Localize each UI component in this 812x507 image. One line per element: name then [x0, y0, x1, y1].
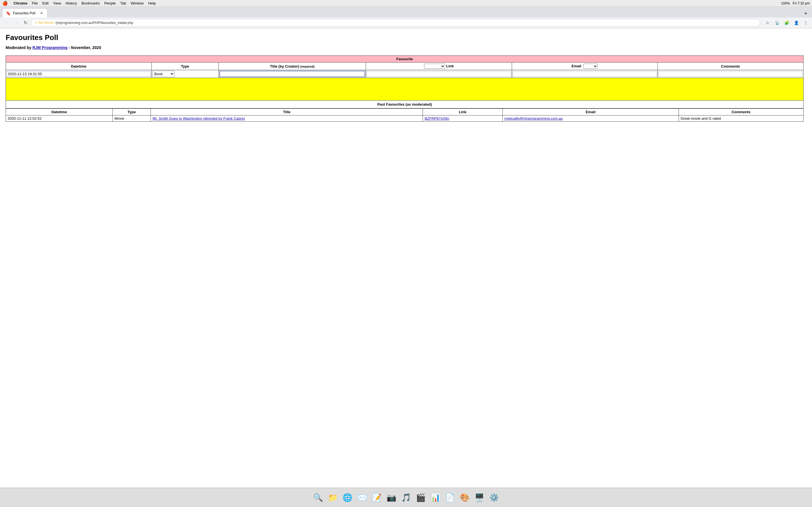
- dock-item-chrome[interactable]: 🌐: [341, 491, 354, 504]
- form-column-headers: Datetime Type Title (by Creator) (requir…: [6, 62, 804, 70]
- past-table-row: 2020-11-11 12:02:52MovieMr. Smith Goes t…: [6, 115, 804, 122]
- back-button[interactable]: ←: [2, 19, 10, 27]
- email-label: Email: [571, 64, 581, 68]
- comments-input[interactable]: [658, 71, 803, 77]
- col-title: Title (by Creator) (required): [218, 62, 366, 70]
- menu-file[interactable]: File: [32, 1, 38, 5]
- extensions-button[interactable]: 🧩: [783, 19, 791, 27]
- battery-status: 100%: [781, 1, 790, 5]
- past-col-email: Email: [502, 109, 679, 115]
- past-col-type: Type: [112, 109, 151, 115]
- address-bar-input[interactable]: ⚠ Not Secure rjmprogramming.com.au/PHP/f…: [31, 19, 760, 27]
- menubar: 🍎 Chrome File Edit View History Bookmark…: [0, 0, 812, 7]
- dock-item-mail[interactable]: ✉️: [355, 491, 369, 504]
- dock: 🔍 📁 🌐 ✉️ 📝 📷 🎵 🎬 📊 📄 🎨 🖥️ ⚙️: [0, 488, 812, 507]
- past-row-title[interactable]: Mr. Smith Goes to Washington (directed b…: [151, 115, 423, 122]
- yellow-area: [6, 78, 804, 101]
- datetime-cell: [6, 70, 152, 78]
- past-col-comments: Comments: [679, 109, 803, 115]
- link-type-select[interactable]: YouTube Wikipedia IMDB: [424, 64, 445, 69]
- email-type-select[interactable]: Send No: [583, 64, 598, 69]
- tab-group: 🔖 Favourites Poll ✕: [2, 8, 801, 17]
- past-row-link[interactable]: BZFRP67sX8o: [423, 115, 503, 122]
- comments-input-cell: [658, 70, 803, 78]
- dock-item-art[interactable]: 🎨: [458, 491, 471, 504]
- page-title: Favourites Poll: [6, 33, 806, 42]
- menu-tab[interactable]: Tab: [120, 1, 126, 5]
- menu-window[interactable]: Window: [131, 1, 144, 5]
- tab-favourites-poll[interactable]: 🔖 Favourites Poll ✕: [2, 8, 47, 17]
- email-input[interactable]: [513, 71, 657, 77]
- past-col-title: Title: [151, 109, 423, 115]
- page-content: Favourites Poll Moderated by RJM Program…: [0, 29, 812, 487]
- past-row-email[interactable]: rmetcalfe@rjmprogramming.com.au: [502, 115, 679, 122]
- subtitle-prefix: Moderated by: [6, 45, 33, 50]
- dock-item-movies[interactable]: 🎬: [414, 491, 427, 504]
- favourite-header-cell: Favourite: [6, 56, 804, 62]
- reload-button[interactable]: ↻: [21, 19, 29, 27]
- col-email: Email Send No: [512, 62, 658, 70]
- profile-button[interactable]: 👤: [792, 19, 800, 27]
- link-input-cell: [366, 70, 512, 78]
- forward-button[interactable]: →: [12, 19, 20, 27]
- link-input[interactable]: [366, 71, 511, 77]
- tab-title: Favourites Poll: [13, 11, 37, 15]
- security-warning-icon: ⚠ Not Secure: [35, 21, 54, 24]
- form-input-row: Book Movie Song TV Show: [6, 70, 804, 78]
- past-favourites-table: Datetime Type Title Link Email Comments …: [6, 108, 804, 122]
- dock-item-pages[interactable]: 📄: [443, 491, 457, 504]
- past-col-datetime: Datetime: [6, 109, 113, 115]
- menu-history[interactable]: History: [65, 1, 77, 5]
- dock-item-numbers[interactable]: 📊: [428, 491, 442, 504]
- url-text: rjmprogramming.com.au/PHP/favourites_mid…: [56, 21, 756, 25]
- dock-item-music[interactable]: 🎵: [399, 491, 413, 504]
- menu-dots-button[interactable]: ⋮: [802, 19, 810, 27]
- menu-edit[interactable]: Edit: [42, 1, 49, 5]
- link-label: Link: [446, 64, 454, 68]
- tab-bar: 🔖 Favourites Poll ✕ +: [0, 7, 812, 17]
- dock-item-photos[interactable]: 📷: [385, 491, 398, 504]
- form-table: Favourite Datetime Type Title (by Creato…: [6, 55, 804, 78]
- past-table-header-row: Datetime Type Title Link Email Comments: [6, 109, 804, 115]
- col-datetime: Datetime: [6, 62, 152, 70]
- tab-close-button[interactable]: ✕: [39, 11, 44, 15]
- address-bar: ← → ↻ ⚠ Not Secure rjmprogramming.com.au…: [0, 17, 812, 28]
- dock-item-finder[interactable]: 🔍: [311, 491, 325, 504]
- apple-menu-icon[interactable]: 🍎: [2, 1, 8, 6]
- clock: Fri 7:32 pm: [793, 1, 810, 5]
- address-bar-icons: ☆ 📡 🧩 👤 ⋮: [763, 19, 810, 27]
- title-cell: [218, 70, 366, 78]
- type-select[interactable]: Book Movie Song TV Show: [152, 71, 174, 77]
- past-row-datetime: 2020-11-11 12:02:52: [6, 115, 113, 122]
- menu-help[interactable]: Help: [148, 1, 156, 5]
- new-tab-button[interactable]: +: [802, 10, 810, 17]
- dock-item-notes[interactable]: 📝: [370, 491, 384, 504]
- subtitle-suffix: - November, 2020: [67, 45, 101, 50]
- past-row-link-link[interactable]: BZFRP67sX8o: [424, 116, 449, 121]
- col-title-text: Title (by Creator): [270, 64, 299, 68]
- title-input[interactable]: [219, 71, 365, 77]
- menu-people[interactable]: People: [104, 1, 116, 5]
- dock-item-system[interactable]: 🖥️: [472, 491, 486, 504]
- dock-item-prefs[interactable]: ⚙️: [487, 491, 501, 504]
- chrome-cast-button[interactable]: 📡: [773, 19, 781, 27]
- datetime-input[interactable]: [6, 71, 151, 77]
- dock-item-files[interactable]: 📁: [326, 491, 340, 504]
- past-row-comments: Great movie and G rated: [679, 115, 803, 122]
- bookmark-star-button[interactable]: ☆: [763, 19, 771, 27]
- form-header-row: Favourite: [6, 56, 804, 62]
- menu-chrome[interactable]: Chrome: [13, 1, 28, 5]
- past-row-email-link[interactable]: rmetcalfe@rjmprogramming.com.au: [504, 116, 563, 121]
- menu-bookmarks[interactable]: Bookmarks: [82, 1, 100, 5]
- past-row-title-link[interactable]: Mr. Smith Goes to Washington (directed b…: [153, 116, 245, 121]
- subtitle-link[interactable]: RJM Programming: [33, 45, 67, 50]
- menu-view[interactable]: View: [53, 1, 61, 5]
- page-subtitle: Moderated by RJM Programming - November,…: [6, 45, 806, 50]
- menubar-right: 100% Fri 7:32 pm: [781, 1, 810, 5]
- tab-favicon-icon: 🔖: [6, 11, 11, 15]
- col-link: YouTube Wikipedia IMDB Link: [366, 62, 512, 70]
- col-title-required: (required): [300, 65, 315, 68]
- type-cell: Book Movie Song TV Show: [152, 70, 218, 78]
- past-favourites-header: Past Favourites (as moderated): [6, 101, 804, 108]
- col-comments: Comments: [658, 62, 803, 70]
